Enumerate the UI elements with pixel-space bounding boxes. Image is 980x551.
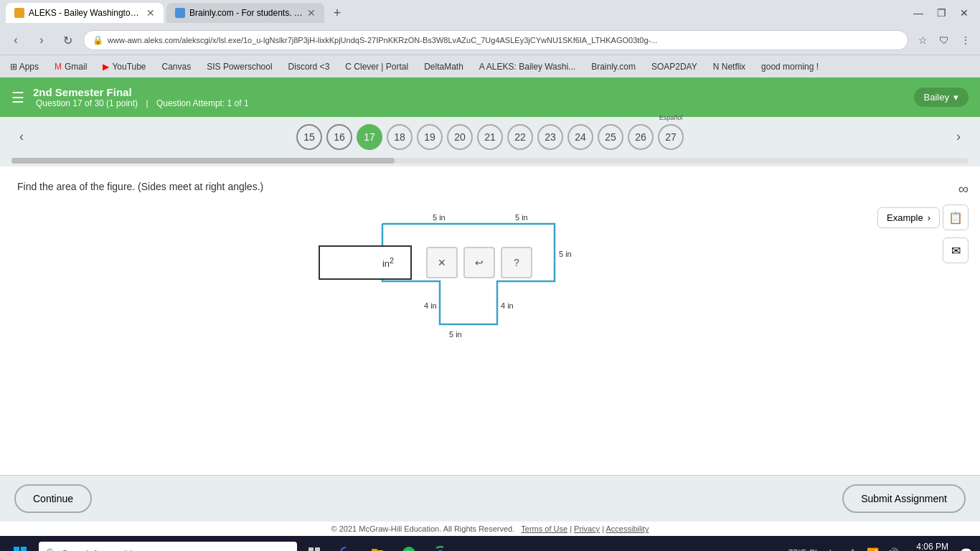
answer-input[interactable] <box>336 255 380 270</box>
reload-button[interactable]: ↻ <box>57 30 77 50</box>
bookmark-aleks[interactable]: A ALEKS: Bailey Washi... <box>475 60 580 73</box>
exponent-2: 2 <box>390 256 394 265</box>
taskbar-search[interactable]: 🔍 Search for anything <box>39 542 297 551</box>
example-label: Example <box>887 212 923 223</box>
bookmark-gmail-icon: M <box>55 62 62 72</box>
show-hidden-icons[interactable]: ^ <box>844 545 862 551</box>
answer-input-box[interactable]: in2 <box>319 245 412 280</box>
bookmark-netflix[interactable]: N Netflix <box>709 60 750 73</box>
tab-title-brainly: Brainly.com - For students. By st... <box>189 8 303 18</box>
extension-icon[interactable]: 🛡 <box>936 32 953 49</box>
forward-button[interactable]: › <box>32 30 52 50</box>
windows-logo-icon <box>14 547 27 551</box>
edge-button[interactable] <box>333 540 359 551</box>
clock[interactable]: 4:06 PM 5/24/2021 <box>910 541 948 551</box>
bookmark-canvas[interactable]: Canvas <box>158 60 196 73</box>
q-num-17[interactable]: 17 <box>357 124 382 150</box>
bookmark-soap2day[interactable]: SOAP2DAY <box>647 60 702 73</box>
tab-aleks[interactable]: ALEKS - Bailey Washington - 2nc ✕ <box>6 3 164 23</box>
taskbar-icons <box>301 540 453 551</box>
url-box[interactable]: 🔒 www-awn.aleks.com/alekscgi/x/lsl.exe/1… <box>83 30 908 50</box>
example-button[interactable]: Example › <box>877 207 940 228</box>
bookmark-brainly-label: Brainly.com <box>591 62 636 72</box>
q-num-16[interactable]: 16 <box>326 124 352 150</box>
bookmark-deltamath[interactable]: DeltaMath <box>420 60 468 73</box>
q-num-15[interactable]: 15 <box>296 124 322 150</box>
svg-rect-0 <box>308 547 314 551</box>
close-button[interactable]: ✕ <box>954 3 974 23</box>
espanol-label: Español <box>659 114 683 121</box>
bookmark-clever[interactable]: C Clever | Portal <box>341 60 413 73</box>
notes-icon[interactable]: 📋 <box>943 204 969 230</box>
q-num-24[interactable]: 24 <box>567 124 593 150</box>
url-text: www-awn.aleks.com/alekscgi/x/lsl.exe/1o_… <box>108 36 899 44</box>
q-num-25[interactable]: 25 <box>598 124 623 150</box>
bookmark-icon[interactable]: ☆ <box>914 32 931 49</box>
bookmark-netflix-label: N Netflix <box>713 62 745 72</box>
new-tab-button[interactable]: + <box>327 3 347 23</box>
spotify-button[interactable] <box>396 540 422 551</box>
dropdown-chevron-icon: ▾ <box>953 92 958 103</box>
scroll-thumb[interactable] <box>11 158 395 164</box>
bookmark-youtube[interactable]: ▶ YouTube <box>98 60 150 73</box>
tab-favicon-aleks <box>14 8 24 18</box>
window-controls: — ❐ ✕ <box>908 3 974 23</box>
svg-point-6 <box>402 547 415 551</box>
bookmark-powerschool[interactable]: SIS Powerschool <box>202 60 276 73</box>
continue-button[interactable]: Continue <box>14 484 92 513</box>
bookmark-goodmorning[interactable]: good morning ! <box>757 60 823 73</box>
bookmark-soap-label: SOAP2DAY <box>651 62 697 72</box>
accessibility-link[interactable]: Accessibility <box>606 524 649 533</box>
lock-icon: 🔒 <box>93 35 103 45</box>
user-name: Bailey <box>924 92 949 103</box>
q-num-19[interactable]: 19 <box>417 124 443 150</box>
q-num-18[interactable]: 18 <box>387 124 413 150</box>
volume-icon[interactable]: 🔊 <box>885 545 902 551</box>
q-num-27[interactable]: Español 27 <box>658 124 684 150</box>
mail-icon[interactable]: ✉ <box>943 237 969 263</box>
tab-close-brainly[interactable]: ✕ <box>307 7 316 19</box>
restore-button[interactable]: ❐ <box>931 3 951 23</box>
network-icon[interactable]: 📶 <box>864 545 882 551</box>
q-num-22[interactable]: 22 <box>507 124 533 150</box>
submit-assignment-button[interactable]: Submit Assignment <box>842 484 966 513</box>
tab-brainly[interactable]: Brainly.com - For students. By st... ✕ <box>166 3 324 23</box>
back-button[interactable]: ‹ <box>6 30 26 50</box>
aleks-header: ☰ 2nd Semester Final Question 17 of 30 (… <box>0 77 980 117</box>
q-num-23[interactable]: 23 <box>537 124 563 150</box>
minimize-button[interactable]: — <box>908 3 928 23</box>
bookmark-aleks-label: A ALEKS: Bailey Washi... <box>479 62 575 72</box>
hamburger-icon[interactable]: ☰ <box>11 89 24 106</box>
user-menu-button[interactable]: Bailey ▾ <box>914 88 969 107</box>
notification-button[interactable]: 💬 <box>957 545 974 551</box>
bookmark-yt-icon: ▶ <box>103 62 109 72</box>
aleks-footer: Continue Submit Assignment <box>0 475 980 522</box>
start-button[interactable] <box>6 539 34 551</box>
bookmark-apps[interactable]: ⊞ Apps <box>6 60 43 73</box>
q-num-26[interactable]: 26 <box>628 124 654 150</box>
tab-close-aleks[interactable]: ✕ <box>146 7 155 19</box>
bookmark-brainly[interactable]: Brainly.com <box>587 60 640 73</box>
chrome-button[interactable] <box>428 540 453 551</box>
title-bar: ALEKS - Bailey Washington - 2nc ✕ Brainl… <box>0 0 980 26</box>
prev-question-button[interactable]: ‹ <box>11 127 32 147</box>
menu-icon[interactable]: ⋮ <box>957 32 974 49</box>
bookmark-discord[interactable]: Discord <3 <box>284 60 334 73</box>
weather-text: 77°F Cloudy <box>788 548 835 551</box>
privacy-link[interactable]: Privacy <box>574 524 600 533</box>
question-number: Question 17 of 30 (1 point) <box>36 98 138 108</box>
weather-icon: ☁ <box>776 548 785 551</box>
next-question-button[interactable]: › <box>948 127 969 147</box>
q-num-20[interactable]: 20 <box>447 124 473 150</box>
terms-link[interactable]: Terms of Use <box>521 524 567 533</box>
bookmark-canvas-label: Canvas <box>162 62 192 72</box>
taskview-icon <box>307 546 321 551</box>
q-num-21[interactable]: 21 <box>477 124 503 150</box>
infinity-icon: ∞ <box>958 181 969 197</box>
file-explorer-button[interactable] <box>364 540 390 551</box>
bookmark-gmail[interactable]: M Gmail <box>50 60 91 73</box>
scroll-track <box>11 158 969 164</box>
taskbar: 🔍 Search for anything ☁ 77°F Cloudy ^ 📶 … <box>0 536 980 551</box>
taskview-button[interactable] <box>301 540 327 551</box>
question-text: Find the area of the figure. (Sides meet… <box>17 181 963 192</box>
